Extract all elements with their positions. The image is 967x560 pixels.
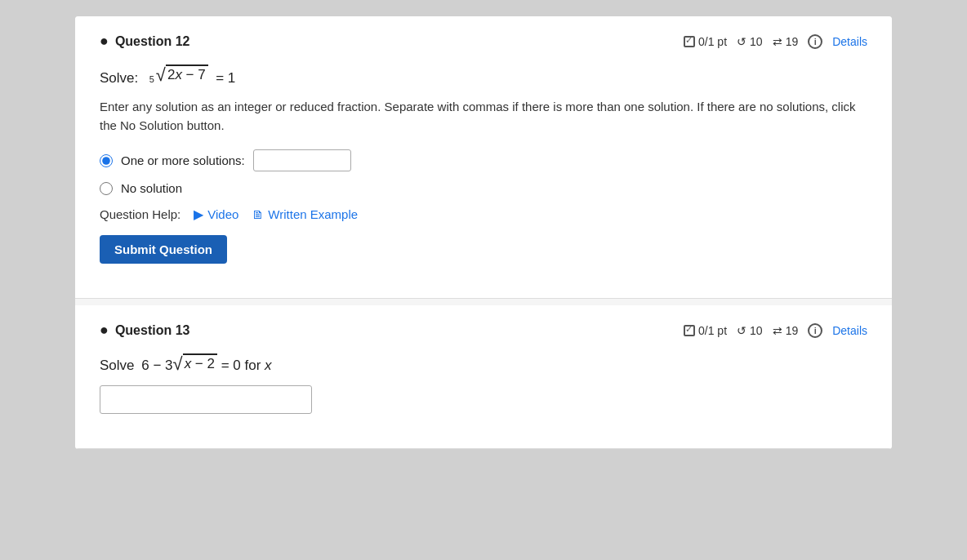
undo-icon: ↺ <box>737 35 746 48</box>
option1-label: One or more solutions: <box>121 153 245 167</box>
retry-count-13: 19 <box>786 324 799 337</box>
question-13-block: ● Question 13 0/1 pt ↺ 10 ⇄ 19 i <box>75 305 892 449</box>
radical-expr-12: 5√2x − 7 = 1 <box>141 64 235 87</box>
radical-content: 2x − 7 <box>166 64 208 84</box>
retry-item: ⇄ 19 <box>773 35 799 48</box>
retry-count: 19 <box>786 35 799 48</box>
solve-prefix-12: Solve: <box>100 70 138 87</box>
document-icon: 🗎 <box>252 207 264 221</box>
undo-icon-13: ↺ <box>737 324 746 337</box>
radio-group-12: One or more solutions: No solution <box>100 149 867 195</box>
question-12-block: ● Question 12 0/1 pt ↺ 10 ⇄ 19 i <box>75 16 892 299</box>
question-12-body: Solve: 5√2x − 7 = 1 Enter any solution a… <box>100 64 867 264</box>
question-13-label: ● Question 13 <box>100 322 189 339</box>
submit-question-12-button[interactable]: Submit Question <box>100 235 227 264</box>
details-link[interactable]: Details <box>832 35 867 48</box>
equation-expr-13: 6 − 3√x − 2 = 0 for x <box>138 353 272 374</box>
page-container: ● Question 12 0/1 pt ↺ 10 ⇄ 19 i <box>75 16 892 449</box>
equation-13: Solve 6 − 3√x − 2 = 0 for x <box>100 353 867 374</box>
answer-input-13[interactable] <box>100 385 312 414</box>
written-example-link[interactable]: 🗎 Written Example <box>252 207 358 221</box>
solutions-input[interactable] <box>253 149 351 171</box>
retry-item-13: ⇄ 19 <box>773 324 799 337</box>
option2-radio[interactable] <box>100 182 113 195</box>
question-12-dot: ● <box>100 33 109 50</box>
score-text-13: 0/1 pt <box>698 324 727 337</box>
checkbox-icon <box>684 36 695 47</box>
radical-index: 5 <box>149 74 154 84</box>
info-icon: i <box>808 34 822 49</box>
undo-count-13: 10 <box>750 324 763 337</box>
help-label-12: Question Help: <box>100 207 180 221</box>
details-link-13[interactable]: Details <box>832 324 867 337</box>
question-13-dot: ● <box>100 322 109 339</box>
retry-icon: ⇄ <box>773 35 782 48</box>
question-13-body: Solve 6 − 3√x − 2 = 0 for x <box>100 353 867 414</box>
written-example-label: Written Example <box>268 207 358 221</box>
equation-12: Solve: 5√2x − 7 = 1 <box>100 64 867 87</box>
question-12-title: Question 12 <box>115 34 190 49</box>
checkbox-icon-13 <box>684 325 695 336</box>
question-13-title: Question 13 <box>115 323 190 338</box>
info-item-13: i <box>808 323 822 338</box>
score-item-13: 0/1 pt <box>684 324 727 337</box>
radical-container-13: √x − 2 <box>173 353 217 373</box>
info-item: i <box>808 34 822 49</box>
option2-label: No solution <box>121 181 182 195</box>
undo-count: 10 <box>750 35 763 48</box>
info-icon-13: i <box>808 323 822 338</box>
radical-symbol-13: √ <box>173 355 183 373</box>
score-text: 0/1 pt <box>698 35 727 48</box>
retry-icon-13: ⇄ <box>773 324 782 337</box>
radical-container: 5√2x − 7 <box>149 64 208 84</box>
question-13-meta: 0/1 pt ↺ 10 ⇄ 19 i Details <box>684 323 867 338</box>
option1-row: One or more solutions: <box>100 149 867 171</box>
question-13-header: ● Question 13 0/1 pt ↺ 10 ⇄ 19 i <box>100 322 867 339</box>
radical-symbol: √ <box>156 66 166 84</box>
question-help-12: Question Help: ▶ Video 🗎 Written Example <box>100 207 867 222</box>
solve-prefix-13: Solve <box>100 358 135 374</box>
option2-row: No solution <box>100 181 867 195</box>
question-12-meta: 0/1 pt ↺ 10 ⇄ 19 i Details <box>684 34 867 49</box>
question-12-label: ● Question 12 <box>100 33 189 50</box>
radical-content-13: x − 2 <box>183 353 217 373</box>
undo-item: ↺ 10 <box>737 35 763 48</box>
undo-item-13: ↺ 10 <box>737 324 763 337</box>
video-icon: ▶ <box>194 207 203 222</box>
question-12-header: ● Question 12 0/1 pt ↺ 10 ⇄ 19 i <box>100 33 867 50</box>
video-label: Video <box>207 207 238 221</box>
option1-radio[interactable] <box>100 154 113 167</box>
score-item: 0/1 pt <box>684 35 727 48</box>
description-12: Enter any solution as an integer or redu… <box>100 98 867 135</box>
video-link[interactable]: ▶ Video <box>194 207 238 222</box>
